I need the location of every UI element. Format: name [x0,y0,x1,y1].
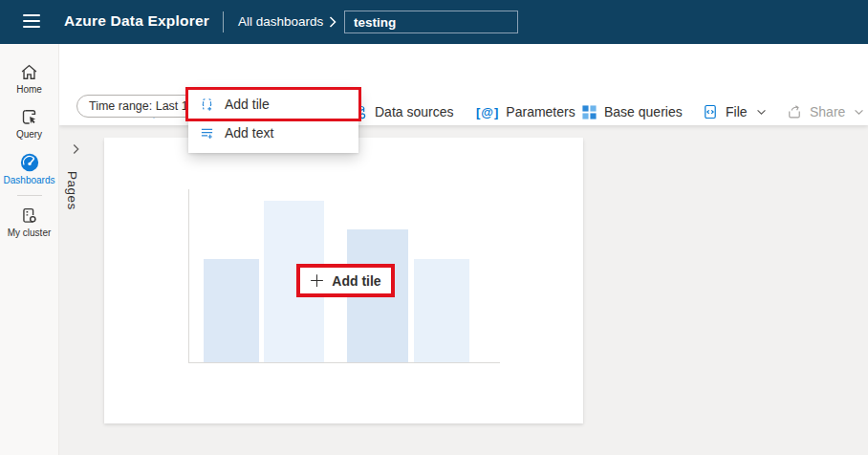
file-dropdown[interactable]: File [696,96,772,128]
menu-item-add-tile[interactable]: Add tile [188,90,358,119]
dashboards-icon [19,152,40,173]
sidebar-item-label: My cluster [8,228,52,238]
share-icon [786,103,803,120]
parameters-icon: [@] [476,105,499,119]
breadcrumb-chevron-icon [328,15,337,29]
pages-expand-button[interactable] [67,141,84,158]
dashboard-header: Editing Add Data sources [@] Parameters … [59,44,868,125]
sidebar-item-home[interactable]: Home [1,56,58,101]
share-label: Share [810,104,845,119]
menu-item-label: Add text [225,125,273,141]
canvas-add-tile-button[interactable]: Add tile [296,264,395,297]
file-code-icon [702,103,719,120]
menu-item-label: Add tile [225,97,270,112]
query-icon [19,107,39,127]
dashboard-name-input[interactable] [344,11,518,33]
data-sources-label: Data sources [375,104,453,119]
app-title: Azure Data Explorer [64,12,209,30]
add-text-icon [198,125,215,141]
parameters-button[interactable]: [@] Parameters [470,96,581,128]
share-dropdown[interactable]: Share [780,96,868,128]
canvas-add-tile-label: Add tile [332,273,380,289]
add-dropdown-menu: Add tile Add text [188,89,358,153]
sidebar-item-dashboards[interactable]: Dashboards [1,146,58,192]
left-nav-sidebar: Home Query Dashboards My cluster [0,44,59,455]
time-range-label: Time range: Last 1 [89,99,188,113]
data-sources-button[interactable]: Data sources [344,96,459,128]
sidebar-item-label: Query [16,130,42,140]
sidebar-item-my-cluster[interactable]: My cluster [1,200,58,245]
base-queries-icon [581,104,597,120]
base-queries-label: Base queries [604,104,683,119]
chevron-right-icon [72,142,80,156]
menu-item-add-text[interactable]: Add text [188,119,358,147]
file-label: File [726,104,748,119]
pages-panel-title: Pages [65,171,79,210]
placeholder-chart-x-axis [188,362,500,363]
placeholder-bar [414,259,469,362]
placeholder-chart-y-axis [188,189,189,362]
sidebar-item-query[interactable]: Query [1,101,58,146]
parameters-label: Parameters [506,104,575,119]
add-tile-icon [198,97,215,113]
chevron-down-icon [854,109,864,116]
sidebar-divider [17,195,42,196]
pages-panel-collapsed: Pages [59,125,92,455]
sidebar-item-label: Home [16,85,42,95]
home-icon [19,62,39,82]
title-divider [223,11,224,32]
cluster-icon [19,206,39,226]
sidebar-item-label: Dashboards [4,176,55,185]
hamburger-menu-icon[interactable] [23,14,40,28]
chevron-down-icon [756,109,767,116]
placeholder-bar [204,259,259,362]
breadcrumb-all-dashboards[interactable]: All dashboards [238,14,323,29]
base-queries-button[interactable]: Base queries [575,96,688,128]
plus-icon [310,273,324,288]
top-app-bar: Azure Data Explorer All dashboards [0,0,868,44]
dashboard-canvas-card: Add tile [104,138,583,423]
